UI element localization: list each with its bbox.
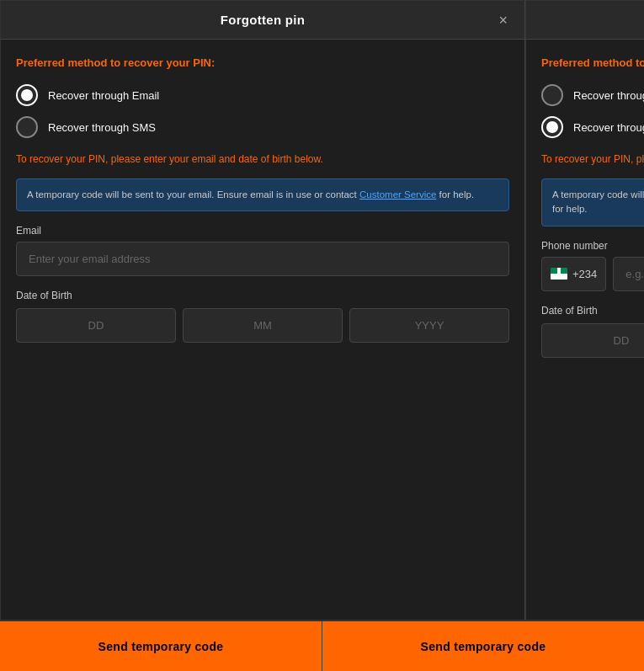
info-box-text: A temporary code will be sent to your em…	[27, 189, 359, 200]
footer-bar: Send temporary code Send temporary code	[0, 620, 644, 671]
panel-email-info-box: A temporary code will be sent to your em…	[16, 178, 509, 211]
radio-email-circle[interactable]	[16, 84, 38, 106]
radio-sms-option[interactable]: Recover through SMS	[16, 116, 509, 138]
panel-email-header: Forgotten pin ×	[1, 1, 524, 40]
panel-sms-section-title: Preferred method to recover your PIN:	[541, 56, 644, 69]
panel-sms-info-box: A temporary code will be sent by SMS to …	[541, 178, 644, 226]
dob-dd-sms[interactable]	[541, 323, 644, 358]
panel-sms-body: Preferred method to recover your PIN: Re…	[526, 40, 644, 620]
radio-sms-circle[interactable]	[16, 116, 38, 138]
info-box-suffix: for help.	[436, 189, 474, 200]
sms-info-box-suffix: for help.	[552, 204, 588, 214]
phone-field-label: Phone number	[541, 240, 644, 252]
radio-sms-option-sms[interactable]: Recover through SMS	[541, 116, 644, 138]
send-temp-code-sms-button[interactable]: Send temporary code	[322, 621, 644, 671]
nigeria-flag-icon	[551, 268, 567, 280]
panel-email-body: Preferred method to recover your PIN: Re…	[1, 40, 524, 620]
dob-yyyy-email[interactable]	[349, 308, 509, 343]
radio-sms-label: Recover through SMS	[48, 121, 156, 134]
radio-sms-label-sms: Recover through SMS	[573, 121, 644, 134]
send-temp-code-email-button[interactable]: Send temporary code	[0, 621, 322, 671]
panel-email-section-title: Preferred method to recover your PIN:	[16, 56, 509, 69]
dob-group-email	[16, 308, 509, 343]
radio-email-circle-sms[interactable]	[541, 84, 563, 106]
sms-info-box-text: A temporary code will be sent by SMS to …	[552, 189, 644, 200]
dob-label-email: Date of Birth	[16, 290, 509, 301]
country-code: +234	[572, 268, 597, 280]
email-field-label: Email	[16, 225, 509, 237]
dob-label-sms: Date of Birth	[541, 305, 644, 317]
panel-email-radio-group: Recover through Email Recover through SM…	[16, 84, 509, 138]
radio-email-label: Recover through Email	[48, 89, 159, 102]
country-selector[interactable]: +234	[541, 257, 606, 291]
radio-sms-circle-sms[interactable]	[541, 116, 563, 138]
panel-sms: Forgotten pin × Preferred method to reco…	[525, 0, 644, 620]
radio-email-label-sms: Recover through Email	[573, 89, 644, 102]
panel-email-close-button[interactable]: ×	[493, 11, 513, 29]
email-input[interactable]	[16, 242, 509, 276]
dob-dd-email[interactable]	[16, 308, 176, 343]
panel-email: Forgotten pin × Preferred method to reco…	[0, 0, 525, 620]
phone-input[interactable]	[613, 257, 644, 291]
radio-email-option-sms[interactable]: Recover through Email	[541, 84, 644, 106]
dob-group-sms	[541, 323, 644, 358]
panel-sms-header: Forgotten pin ×	[526, 1, 644, 40]
radio-email-option[interactable]: Recover through Email	[16, 84, 509, 106]
panel-email-title: Forgotten pin	[221, 13, 306, 27]
panel-email-info-text: To recover your PIN, please enter your e…	[16, 152, 509, 167]
panel-sms-radio-group: Recover through Email Recover through SM…	[541, 84, 644, 138]
info-box-link[interactable]: Customer Service	[359, 189, 436, 200]
panel-sms-info-text: To recover your PIN, please enter your p…	[541, 152, 644, 167]
phone-row: +234	[541, 257, 644, 291]
dob-mm-email[interactable]	[183, 308, 343, 343]
